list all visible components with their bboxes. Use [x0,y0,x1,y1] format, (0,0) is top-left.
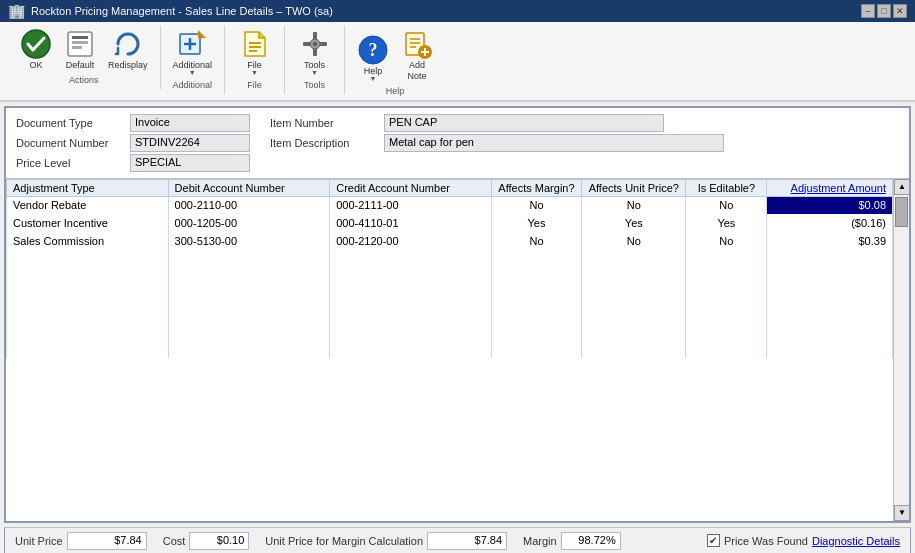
table-row[interactable] [7,268,893,286]
table-row[interactable]: Vendor Rebate000-2110-00000-2111-00NoNoN… [7,196,893,214]
cell-affectsUnitPrice [582,322,686,340]
cost-value: $0.10 [189,532,249,550]
help-button[interactable]: ? Help ▼ [353,32,393,84]
scroll-down-button[interactable]: ▼ [894,505,909,521]
cell-adjType [7,250,169,268]
col-affects-unit-price: Affects Unit Price? [582,179,686,196]
scroll-up-button[interactable]: ▲ [894,179,909,195]
unit-price-margin-value: $7.84 [427,532,507,550]
cell-debitAcct: 300-5130-00 [168,232,330,250]
tools-button[interactable]: Tools ▼ [295,26,335,78]
item-description-value: Metal cap for pen [384,134,724,152]
ribbon-group-help: ? Help ▼ Ad [345,26,445,100]
ok-icon [20,28,52,60]
document-number-value: STDINV2264 [130,134,250,152]
price-level-label: Price Level [16,157,126,169]
window-controls[interactable]: – □ ✕ [861,4,907,18]
table-scroll[interactable]: Adjustment Type Debit Account Number Cre… [6,179,893,521]
form-left: Document Type Invoice Document Number ST… [16,114,250,172]
cell-affectsMargin [491,250,581,268]
additional-buttons: Additional ▼ [169,26,217,78]
cell-isEditable: No [686,232,767,250]
table-row[interactable] [7,250,893,268]
additional-button[interactable]: Additional ▼ [169,26,217,78]
unit-price-margin-label: Unit Price for Margin Calculation [265,535,423,547]
add-note-button[interactable]: AddNote [397,26,437,84]
close-button[interactable]: ✕ [893,4,907,18]
svg-rect-10 [249,42,261,44]
file-group-label: File [247,80,262,90]
cell-affectsMargin [491,340,581,358]
restore-button[interactable]: □ [877,4,891,18]
cell-affectsMargin [491,322,581,340]
col-adj-amount[interactable]: Adjustment Amount [767,179,893,196]
cell-creditAcct [330,286,492,304]
unit-price-value: $7.84 [67,532,147,550]
col-debit-acct: Debit Account Number [168,179,330,196]
cell-affectsMargin [491,286,581,304]
table-row[interactable]: Customer Incentive000-1205-00000-4110-01… [7,214,893,232]
document-type-row: Document Type Invoice [16,114,250,132]
cell-debitAcct [168,268,330,286]
main-window: Document Type Invoice Document Number ST… [4,106,911,523]
svg-rect-11 [249,46,261,48]
cell-creditAcct [330,322,492,340]
cost-label: Cost [163,535,186,547]
scroll-thumb[interactable] [895,197,908,227]
file-button[interactable]: File ▼ [235,26,275,78]
cell-isEditable [686,340,767,358]
cell-creditAcct [330,250,492,268]
file-buttons: File ▼ [235,26,275,78]
cell-adjAmount: $0.39 [767,232,893,250]
col-credit-acct: Credit Account Number [330,179,492,196]
table-row[interactable] [7,286,893,304]
status-bar: Unit Price $7.84 Cost $0.10 Unit Price f… [4,527,911,553]
cell-adjAmount: $0.08 [767,196,893,214]
price-was-found-checkbox[interactable]: ✔ [707,534,720,547]
table-row[interactable] [7,340,893,358]
cell-adjType [7,340,169,358]
table-row[interactable]: Sales Commission300-5130-00000-2120-00No… [7,232,893,250]
svg-rect-2 [72,36,88,39]
redisplay-button[interactable]: Redisplay [104,26,152,73]
cost-group: Cost $0.10 [163,532,250,550]
ok-label: OK [29,60,42,71]
margin-group: Margin 98.72% [523,532,621,550]
cell-affectsMargin: No [491,232,581,250]
item-number-row: Item Number PEN CAP [270,114,899,132]
cell-debitAcct: 000-2110-00 [168,196,330,214]
redisplay-label: Redisplay [108,60,148,71]
cell-debitAcct [168,304,330,322]
cell-isEditable: No [686,196,767,214]
file-dropdown-arrow: ▼ [251,69,258,76]
ok-button[interactable]: OK [16,26,56,73]
svg-rect-4 [72,46,82,49]
margin-value: 98.72% [561,532,621,550]
additional-icon [176,28,208,60]
default-icon [64,28,96,60]
form-area: Document Type Invoice Document Number ST… [6,108,909,179]
price-level-row: Price Level SPECIAL [16,154,250,172]
tools-group-label: Tools [304,80,325,90]
table-row[interactable] [7,304,893,322]
diagnostic-details-link[interactable]: Diagnostic Details [812,535,900,547]
default-button[interactable]: Default [60,26,100,73]
svg-rect-12 [249,50,257,52]
help-group-label: Help [386,86,405,96]
cell-adjType: Customer Incentive [7,214,169,232]
minimize-button[interactable]: – [861,4,875,18]
cell-isEditable [686,286,767,304]
cell-debitAcct [168,250,330,268]
cell-adjType [7,322,169,340]
cell-affectsUnitPrice [582,268,686,286]
cell-isEditable [686,250,767,268]
help-buttons: ? Help ▼ Ad [353,26,437,84]
svg-point-0 [22,30,50,58]
table-scrollbar[interactable]: ▲ ▼ [893,179,909,521]
table-header-row: Adjustment Type Debit Account Number Cre… [7,179,893,196]
cell-adjAmount [767,304,893,322]
cell-creditAcct: 000-4110-01 [330,214,492,232]
table-row[interactable] [7,322,893,340]
actions-group-label: Actions [69,75,99,85]
cell-isEditable: Yes [686,214,767,232]
